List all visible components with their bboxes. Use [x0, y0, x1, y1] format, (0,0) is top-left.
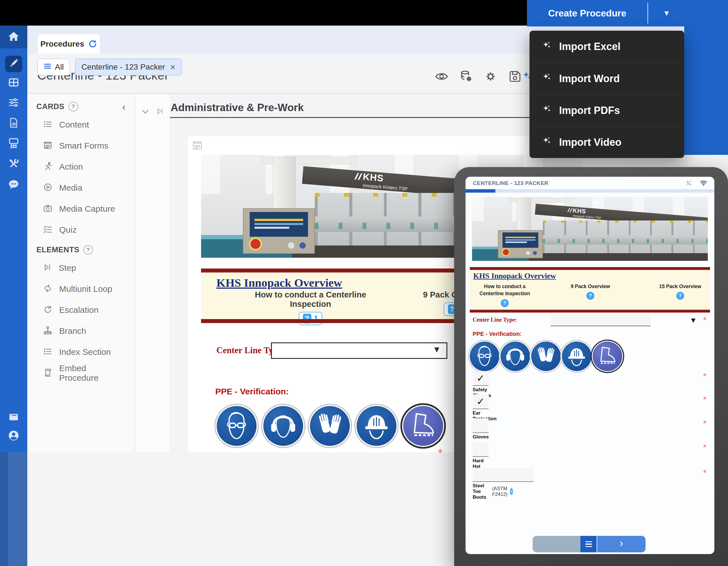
element-item-multiunit-loop[interactable]: Multiunit Loop	[43, 279, 135, 299]
tablet-field-steel-toe-boots[interactable]	[473, 468, 534, 482]
create-procedure-button[interactable]: Create Procedure	[527, 0, 648, 26]
tablet-overview-column: 9 Pack Overview?	[553, 283, 627, 307]
ppe-icon-row	[217, 406, 443, 446]
elements-help-icon[interactable]: ?	[83, 245, 93, 255]
card-item-quiz[interactable]: Quiz	[43, 219, 135, 241]
card-item-media[interactable]: Media	[43, 177, 135, 198]
embed-scroll-icon	[43, 368, 52, 378]
tab-procedures-label: Procedures	[40, 40, 84, 49]
card-item-content[interactable]: Content	[43, 114, 135, 135]
phone-slash-icon	[685, 179, 693, 188]
tablet-center-line-type-label: Center Line Type:	[473, 316, 517, 323]
help-icon[interactable]: ?	[510, 488, 513, 495]
filter-chip-label: Centerline - 123 Packer	[81, 63, 165, 72]
account-icon[interactable]	[7, 429, 20, 443]
menu-item-import-pdfs[interactable]: Import PDFs	[530, 94, 684, 126]
element-item-branch[interactable]: Branch	[43, 320, 135, 341]
content-list-icon	[43, 120, 52, 130]
settings-sliders-icon[interactable]	[8, 97, 19, 109]
tablet-field-hard-hat[interactable]	[473, 442, 489, 457]
preview-eye-icon[interactable]	[435, 70, 448, 83]
tab-procedures[interactable]: Procedures	[38, 34, 100, 54]
tablet-progress-track	[466, 189, 714, 193]
chevron-down-icon[interactable]	[141, 107, 150, 452]
tablet-field-label: Steel Toe Boots(ASTM F2412)?	[473, 483, 513, 500]
report-document-icon[interactable]	[8, 117, 19, 129]
tablet-field-gloves[interactable]	[473, 418, 489, 433]
center-line-type-select[interactable]	[271, 342, 447, 359]
step-marker-icon[interactable]	[156, 107, 164, 452]
window-icon[interactable]	[8, 411, 19, 424]
chip-remove-icon[interactable]: ×	[170, 62, 175, 72]
tablet-center-line-type-select[interactable]	[551, 314, 651, 326]
element-item-step[interactable]: Step	[43, 258, 135, 279]
ppe-hard-hat-icon[interactable]	[562, 341, 591, 371]
ppe-gloves-icon[interactable]	[531, 341, 561, 371]
drop-cursor-marker: *	[438, 446, 443, 453]
element-item-index-section[interactable]: Index Section	[43, 341, 135, 362]
nav-next-button[interactable]: ›	[597, 536, 646, 552]
question-badge[interactable]: ?	[501, 299, 509, 307]
tablet-ppe-icon-row	[470, 341, 622, 371]
collapsed-column	[135, 94, 170, 452]
required-marker: *	[703, 468, 706, 477]
smart-form-card-icon	[192, 140, 203, 152]
menu-item-import-excel[interactable]: Import Excel	[530, 31, 684, 63]
nav-menu-button[interactable]	[580, 536, 597, 552]
data-settings-icon[interactable]	[460, 70, 473, 83]
home-icon[interactable]	[8, 30, 20, 43]
ppe-safety-glasses-icon[interactable]	[470, 341, 499, 371]
panel-collapse-icon[interactable]: ‹	[122, 102, 125, 111]
nav-back-button[interactable]	[533, 536, 580, 552]
tools-icon[interactable]	[8, 158, 19, 170]
card-item-action[interactable]: Action	[43, 156, 135, 177]
filter-chip-row: All Centerline - 123 Packer ×	[37, 59, 182, 76]
question-count-badge[interactable]: ?1	[299, 312, 323, 325]
tablet-field-safety-glasses[interactable]: ✓	[473, 371, 489, 386]
tables-icon[interactable]	[8, 77, 19, 89]
tablet-field-ear-protection[interactable]: ✓	[473, 394, 489, 409]
cards-header: CARDS	[36, 102, 65, 111]
ppe-hard-hat-icon[interactable]	[357, 406, 396, 446]
cards-help-icon[interactable]: ?	[69, 102, 78, 111]
ppe-safety-glasses-icon[interactable]	[217, 406, 257, 446]
required-marker: *	[703, 372, 706, 381]
element-item-embed-procedure[interactable]: Embed Procedure	[43, 362, 135, 383]
element-item-escalation[interactable]: Escalation	[43, 299, 135, 320]
branch-icon	[43, 326, 52, 336]
question-badge[interactable]: ?	[586, 292, 594, 300]
required-marker: *	[703, 315, 706, 324]
save-icon[interactable]	[508, 70, 522, 83]
menu-item-import-word[interactable]: Import Word	[530, 63, 684, 94]
tablet-bottom-nav: ›	[533, 536, 646, 552]
select-caret-icon: ▼	[433, 345, 441, 354]
question-badge[interactable]: ?	[676, 292, 684, 300]
cards-panel: CARDS ? ‹ ContentSmart FormsActionMediaM…	[27, 94, 135, 452]
ppe-steel-toe-boots-icon[interactable]	[593, 341, 622, 371]
card-item-media-capture[interactable]: Media Capture	[43, 198, 135, 219]
media-play-icon	[43, 183, 52, 193]
wifi-icon	[700, 179, 708, 188]
tablet-progress-fill	[466, 189, 495, 193]
ppe-verification-label: PPE - Verification:	[215, 387, 289, 396]
ppe-steel-toe-boots-icon[interactable]	[403, 406, 443, 446]
ppe-ear-protection-icon[interactable]	[263, 406, 303, 446]
card-item-smart-forms[interactable]: Smart Forms	[43, 135, 135, 156]
app-root: Procedures All Centerline - 123 Packer ×…	[0, 0, 728, 566]
sparkles-icon	[542, 104, 552, 117]
filter-chip-active[interactable]: Centerline - 123 Packer ×	[75, 59, 182, 76]
refresh-icon[interactable]	[88, 39, 97, 49]
filter-chip-all[interactable]: All	[37, 59, 70, 76]
required-marker: *	[703, 395, 706, 404]
ppe-ear-protection-icon[interactable]	[501, 341, 530, 371]
editor-pencil-icon[interactable]	[8, 58, 19, 70]
settings-gear-icon[interactable]	[484, 70, 497, 83]
tablet-ppe-label: PPE - Verification:	[473, 331, 522, 337]
ppe-gloves-icon[interactable]	[310, 406, 350, 446]
menu-item-import-video[interactable]: Import Video	[530, 126, 684, 158]
classroom-icon[interactable]	[8, 137, 20, 150]
chat-ellipsis-icon[interactable]	[8, 179, 20, 192]
step-icon	[43, 263, 52, 273]
tablet-overview-column: 15 Pack Overview?	[643, 283, 714, 307]
create-procedure-dropdown-toggle[interactable]: ▼	[648, 0, 685, 26]
